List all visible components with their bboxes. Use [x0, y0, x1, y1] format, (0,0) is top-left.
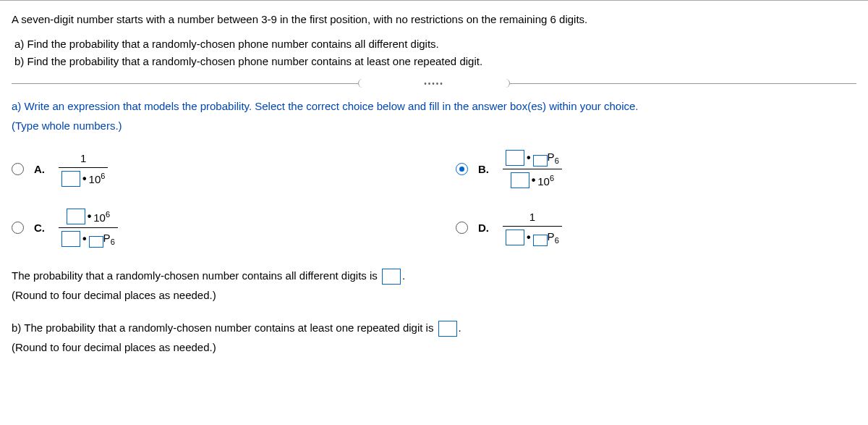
choice-b-label: B. — [478, 163, 493, 175]
choice-c-exp: 6 — [106, 210, 110, 219]
choice-b-input-1[interactable] — [506, 150, 524, 166]
choice-d-numer: 1 — [529, 211, 535, 223]
followup-a: The probability that a randomly-chosen n… — [12, 266, 856, 305]
followup-b-text1: b) The probability that a randomly-chose… — [12, 321, 437, 334]
choice-c-p: P — [103, 232, 111, 244]
choice-c-input-2[interactable] — [61, 231, 80, 247]
choice-b-psub: 6 — [555, 156, 559, 165]
radio-d[interactable] — [456, 222, 468, 234]
question-part-b: b) Find the probability that a randomly-… — [14, 53, 856, 70]
choice-b: B. • P6 • 106 — [456, 148, 856, 190]
choice-a-input[interactable] — [61, 171, 80, 187]
dot-icon: • — [82, 172, 87, 185]
choice-d: D. 1 • P6 — [456, 207, 856, 248]
choices-grid: A. 1 • 106 B. • P6 — [12, 148, 856, 248]
choice-d-psub: 6 — [555, 236, 559, 245]
choice-a-label: A. — [34, 163, 48, 175]
question-intro: A seven-digit number starts with a numbe… — [12, 11, 856, 28]
choice-b-exp: 6 — [550, 174, 554, 182]
choice-c-label: C. — [34, 222, 48, 234]
dot-icon: • — [527, 151, 531, 164]
choice-a-numer: 1 — [80, 152, 86, 164]
choice-b-input-2[interactable] — [533, 155, 548, 167]
choice-d-input-1[interactable] — [506, 230, 524, 245]
choice-c: C. • 106 • P6 — [12, 207, 412, 248]
followup-b-input[interactable] — [438, 321, 457, 337]
choice-c-input-3[interactable] — [89, 236, 103, 248]
choice-c-input-1[interactable] — [67, 209, 85, 224]
choice-b-input-3[interactable] — [511, 172, 529, 188]
choice-a-ten: 10 — [89, 173, 101, 185]
instruction-line-1: a) Write an expression that models the p… — [12, 96, 856, 116]
dot-icon: • — [527, 231, 531, 244]
choice-b-fraction: • P6 • 106 — [503, 148, 562, 190]
radio-c[interactable] — [12, 222, 24, 234]
followup-a-input[interactable] — [382, 269, 401, 285]
choice-c-fraction: • 106 • P6 — [59, 207, 118, 248]
choice-d-label: D. — [478, 222, 493, 234]
radio-b[interactable] — [456, 163, 468, 175]
choice-a: A. 1 • 106 — [12, 148, 412, 190]
dot-icon: • — [88, 210, 92, 223]
choice-c-ten: 10 — [93, 211, 106, 224]
followup-b-text2: . — [459, 321, 461, 334]
choice-b-p: P — [548, 151, 555, 163]
instruction-line-2: (Type whole numbers.) — [12, 116, 856, 135]
dot-icon: • — [532, 174, 536, 187]
question-part-a: a) Find the probability that a randomly-… — [14, 35, 856, 53]
choice-c-psub: 6 — [111, 237, 115, 246]
followup-b: b) The probability that a randomly-chose… — [12, 318, 856, 357]
section-divider: ••••• — [12, 79, 856, 88]
choice-a-exp: 6 — [101, 172, 105, 180]
radio-a[interactable] — [12, 163, 24, 175]
followup-a-text1: The probability that a randomly-chosen n… — [12, 269, 380, 282]
followup-a-hint: (Round to four decimal places as needed.… — [12, 289, 216, 301]
choice-d-p: P — [548, 230, 555, 243]
choice-d-input-2[interactable] — [533, 235, 548, 246]
choice-d-fraction: 1 • P6 — [503, 209, 562, 247]
followup-b-hint: (Round to four decimal places as needed.… — [12, 341, 216, 353]
choice-b-ten: 10 — [537, 175, 550, 188]
dot-icon: • — [82, 232, 87, 245]
followup-a-text2: . — [402, 269, 405, 282]
choice-a-fraction: 1 • 106 — [59, 151, 108, 188]
